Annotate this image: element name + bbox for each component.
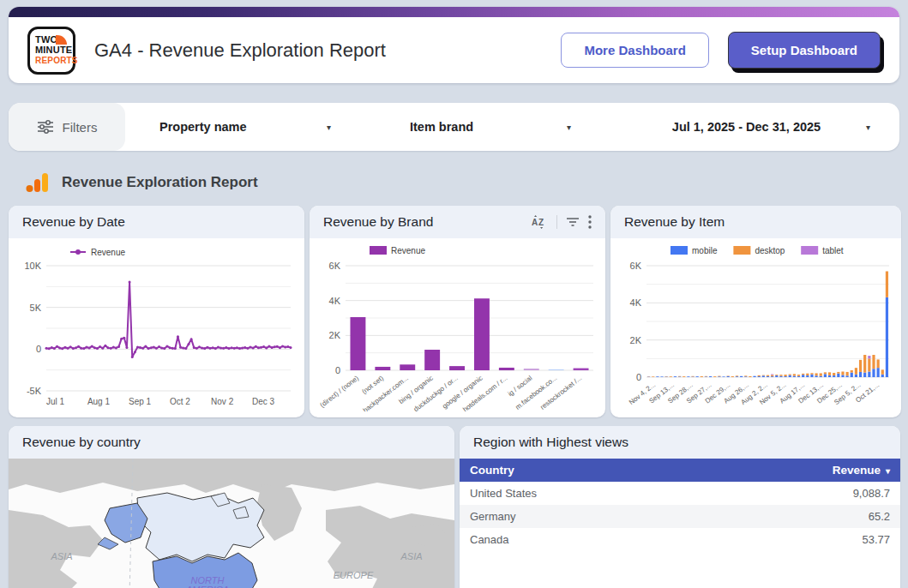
stacked-bar-segment [718, 376, 720, 377]
axis-tick-label: 2K [329, 330, 341, 340]
map-region-label: EUROPE [334, 570, 374, 580]
stacked-bar-segment [771, 376, 773, 377]
bar [474, 298, 490, 370]
stacked-bar-segment [828, 372, 831, 375]
stacked-bar-segment [841, 375, 844, 377]
more-dashboard-button[interactable]: More Dashboard [561, 33, 708, 68]
stacked-bar-segment [762, 375, 765, 377]
stacked-bar-segment [877, 368, 880, 377]
property-name-filter[interactable]: Property name ▾ [159, 120, 331, 134]
stacked-bar-segment [665, 376, 668, 377]
stacked-bar-segment [793, 374, 796, 375]
stacked-bar-segment [683, 376, 685, 377]
table-row: Germany65.2 [460, 505, 900, 528]
header-gradient-strip [9, 7, 899, 17]
axis-tick-label: hotdeals.com / r... [461, 374, 508, 411]
stacked-bar-segment [771, 375, 773, 375]
stacked-bar-segment [789, 375, 791, 377]
bar [424, 350, 440, 370]
axis-tick-label: (direct) / (none) [318, 374, 360, 409]
stacked-bar-segment [815, 373, 818, 375]
axis-tick-label: -5K [27, 386, 42, 396]
header-card: TWO MINUTE REPORTS GA4 - Revenue Explora… [9, 7, 899, 83]
logo-line2: MINUTE [35, 45, 72, 56]
date-range-filter[interactable]: Jul 1, 2025 - Dec 31, 2025 ▾ [622, 120, 870, 134]
stacked-bar-segment [881, 375, 884, 377]
stacked-bar-segment [771, 375, 773, 376]
stacked-bar-segment [855, 368, 857, 375]
revenue-cell: 65.2 [869, 510, 890, 523]
stacked-bar-segment [797, 376, 800, 377]
legend-label: Revenue [391, 246, 425, 255]
stacked-bar-segment [762, 375, 765, 376]
section-title: Revenue Exploration Report [62, 174, 258, 191]
bar [350, 317, 365, 370]
stacked-bar-segment [722, 376, 725, 377]
revenue-column-header[interactable]: Revenue▾ [833, 464, 890, 477]
stacked-bar-segment [767, 376, 769, 377]
stacked-bar-segment [758, 375, 761, 376]
stacked-bar-segment [758, 376, 761, 377]
page-title: GA4 - Revenue Exploration Report [94, 39, 386, 62]
stacked-bar-segment [824, 374, 827, 377]
revenue-by-brand-title: Revenue by Brand [323, 214, 433, 230]
stacked-bar-segment [674, 376, 676, 377]
country-cell: Canada [470, 533, 509, 546]
country-column-header[interactable]: Country [470, 464, 514, 477]
svg-text:A: A [532, 218, 538, 227]
stacked-bar-segment [868, 358, 870, 371]
chevron-down-icon: ▾ [327, 123, 331, 132]
axis-tick-label: 10K [24, 261, 41, 271]
stacked-bar-segment [740, 376, 743, 377]
stacked-bar-segment [691, 376, 694, 377]
stacked-bar-segment [851, 370, 853, 373]
revenue-by-country-title: Revenue by country [9, 426, 454, 459]
stacked-bar-segment [824, 372, 827, 374]
axis-tick-label: 0 [335, 365, 340, 375]
stacked-bar-segment [802, 375, 804, 377]
stacked-bar-segment [736, 376, 738, 377]
filter-icon[interactable] [566, 216, 580, 228]
revenue-by-date-title: Revenue by Date [9, 206, 304, 238]
stacked-bar-segment [713, 376, 716, 377]
stacked-bar-segment [815, 375, 818, 377]
logo-line3: REPORTS [35, 56, 78, 65]
axis-tick-label: 5K [30, 303, 42, 313]
filters-toggle[interactable]: Filters [9, 103, 125, 151]
bar [524, 369, 539, 370]
stacked-bar-segment [687, 376, 689, 377]
axis-tick-label: 6K [630, 261, 642, 271]
country-cell: United States [470, 487, 537, 500]
stacked-bar-segment [810, 375, 813, 377]
axis-tick-label: Dec 3 [252, 397, 275, 406]
stacked-bar-segment [810, 373, 813, 375]
stacked-bar-segment [837, 374, 839, 377]
sort-az-icon[interactable]: A Z [531, 214, 548, 230]
stacked-bar-segment [678, 376, 681, 377]
bar [400, 364, 415, 370]
legend-label: Revenue [91, 248, 125, 257]
region-table-title: Region with Highest views [460, 426, 900, 459]
revenue-by-item-chart: 6K4K2K0mobiledesktoptabletNov 4, 2...Sep… [610, 238, 901, 417]
world-map: ASIAASIAEUROPENORTHAMERICA [9, 459, 454, 588]
stacked-bar-segment [718, 376, 720, 377]
bar [375, 367, 390, 370]
stacked-bar-segment [841, 372, 844, 375]
table-header-row: Country Revenue▾ [460, 459, 900, 482]
legend-label: tablet [822, 246, 844, 255]
setup-dashboard-button[interactable]: Setup Dashboard [728, 32, 881, 69]
stacked-bar-segment [872, 355, 875, 369]
revenue-cell: 53.77 [862, 533, 890, 546]
stacked-bar-segment [877, 359, 880, 368]
stacked-bar-segment [797, 375, 800, 376]
stacked-bar-segment [727, 376, 730, 377]
kebab-menu-icon[interactable] [588, 215, 592, 229]
stacked-bar-segment [767, 375, 769, 376]
stacked-bar-segment [855, 375, 857, 377]
stacked-bar-segment [696, 376, 699, 377]
stacked-bar-segment [753, 376, 755, 377]
stacked-bar-segment [859, 360, 862, 372]
item-brand-filter[interactable]: Item brand ▾ [410, 120, 571, 134]
stacked-bar-segment [802, 374, 804, 375]
axis-tick-label: 4K [630, 297, 642, 308]
